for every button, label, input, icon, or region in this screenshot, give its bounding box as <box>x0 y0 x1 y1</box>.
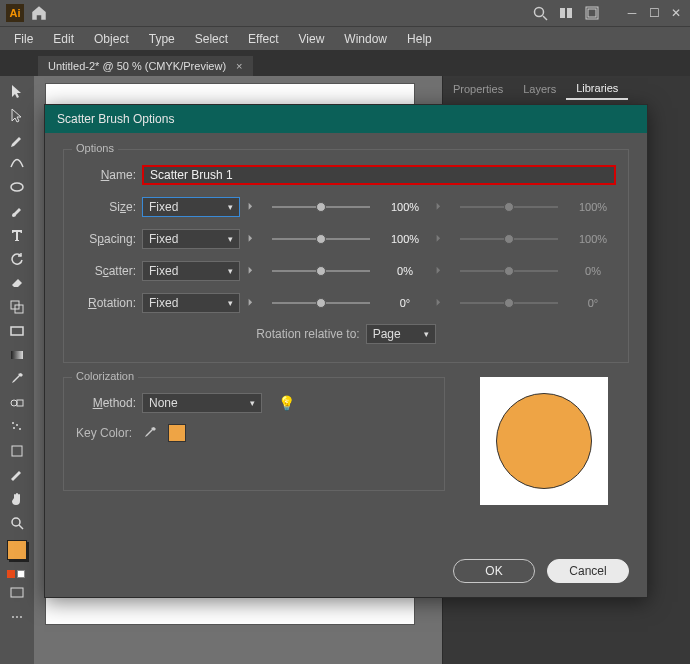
svg-line-1 <box>543 16 547 20</box>
blend-tool-icon[interactable] <box>5 392 29 414</box>
options-group: Options Name: Size: Fixed▾ 100% 100% Spa… <box>63 149 629 363</box>
menu-object[interactable]: Object <box>84 30 139 48</box>
svg-point-13 <box>12 422 14 424</box>
eraser-tool-icon[interactable] <box>5 272 29 294</box>
scatter-mode-dropdown[interactable]: Fixed▾ <box>142 261 240 281</box>
rotation-slider[interactable] <box>272 297 370 309</box>
rectangle-tool-icon[interactable] <box>5 320 29 342</box>
app-logo: Ai <box>6 4 24 22</box>
cancel-button[interactable]: Cancel <box>547 559 629 583</box>
tab-libraries[interactable]: Libraries <box>566 78 628 100</box>
svg-rect-12 <box>17 400 23 406</box>
artboard-tool-icon[interactable] <box>5 440 29 462</box>
svg-rect-9 <box>11 327 23 335</box>
ellipse-tool-icon[interactable] <box>5 176 29 198</box>
menu-window[interactable]: Window <box>334 30 397 48</box>
rotation-value[interactable]: 0° <box>382 294 428 312</box>
scatter-link-icon[interactable] <box>246 264 260 278</box>
rotation-relative-dropdown[interactable]: Page▾ <box>366 324 436 344</box>
scale-tool-icon[interactable] <box>5 296 29 318</box>
scatter-slider[interactable] <box>272 265 370 277</box>
symbol-sprayer-tool-icon[interactable] <box>5 416 29 438</box>
gradient-tool-icon[interactable] <box>5 344 29 366</box>
fill-color-swatch[interactable] <box>7 540 27 560</box>
home-icon[interactable] <box>30 4 48 22</box>
rotation-link-icon[interactable] <box>246 296 260 310</box>
ok-button[interactable]: OK <box>453 559 535 583</box>
tab-properties[interactable]: Properties <box>443 79 513 99</box>
window-close-button[interactable]: ✕ <box>668 6 684 20</box>
menu-view[interactable]: View <box>289 30 335 48</box>
menu-help[interactable]: Help <box>397 30 442 48</box>
rotation-link2-icon <box>434 296 448 310</box>
edit-toolbar-icon[interactable]: ⋯ <box>5 606 29 628</box>
menu-edit[interactable]: Edit <box>43 30 84 48</box>
workspace-icon[interactable] <box>584 5 600 21</box>
brush-name-input[interactable] <box>142 165 616 185</box>
curvature-tool-icon[interactable] <box>5 152 29 174</box>
spacing-value[interactable]: 100% <box>382 230 428 248</box>
size-link2-icon <box>434 200 448 214</box>
screen-mode-icon[interactable] <box>5 582 29 604</box>
pen-tool-icon[interactable] <box>5 128 29 150</box>
tools-panel: ⋯ <box>0 76 34 664</box>
menu-type[interactable]: Type <box>139 30 185 48</box>
size-slider-2 <box>460 201 558 213</box>
document-tab-title: Untitled-2* @ 50 % (CMYK/Preview) <box>48 60 226 72</box>
spacing-value-2: 100% <box>570 230 616 248</box>
window-maximize-button[interactable]: ☐ <box>646 6 662 20</box>
svg-rect-3 <box>567 8 572 18</box>
selection-tool-icon[interactable] <box>5 80 29 102</box>
hand-tool-icon[interactable] <box>5 488 29 510</box>
document-tab[interactable]: Untitled-2* @ 50 % (CMYK/Preview) × <box>38 56 253 76</box>
search-icon[interactable] <box>532 5 548 21</box>
window-titlebar: Ai ─ ☐ ✕ <box>0 0 690 26</box>
key-color-swatch[interactable] <box>168 424 186 442</box>
dialog-titlebar[interactable]: Scatter Brush Options <box>45 105 647 133</box>
dialog-title-text: Scatter Brush Options <box>57 112 174 126</box>
size-value[interactable]: 100% <box>382 198 428 216</box>
method-label: Method: <box>76 396 136 410</box>
tips-icon[interactable]: 💡 <box>278 395 295 411</box>
menu-effect[interactable]: Effect <box>238 30 288 48</box>
spacing-link-icon[interactable] <box>246 232 260 246</box>
size-mode-dropdown[interactable]: Fixed▾ <box>142 197 240 217</box>
arrange-documents-icon[interactable] <box>558 5 574 21</box>
size-label: Size: <box>76 200 136 214</box>
spacing-mode-dropdown[interactable]: Fixed▾ <box>142 229 240 249</box>
document-tab-close-icon[interactable]: × <box>236 60 242 72</box>
rotation-label: Rotation: <box>76 296 136 310</box>
svg-point-11 <box>11 400 17 406</box>
size-link-icon[interactable] <box>246 200 260 214</box>
colorization-method-dropdown[interactable]: None▾ <box>142 393 262 413</box>
brush-preview <box>480 377 608 505</box>
size-slider[interactable] <box>272 201 370 213</box>
eyedropper-icon[interactable] <box>142 425 158 441</box>
window-minimize-button[interactable]: ─ <box>624 6 640 20</box>
spacing-link2-icon <box>434 232 448 246</box>
scatter-value[interactable]: 0% <box>382 262 428 280</box>
direct-selection-tool-icon[interactable] <box>5 104 29 126</box>
rotation-slider-2 <box>460 297 558 309</box>
spacing-label: Spacing: <box>76 232 136 246</box>
slice-tool-icon[interactable] <box>5 464 29 486</box>
rotate-tool-icon[interactable] <box>5 248 29 270</box>
rotation-value-2: 0° <box>570 294 616 312</box>
tab-layers[interactable]: Layers <box>513 79 566 99</box>
name-label: Name: <box>76 168 136 182</box>
type-tool-icon[interactable] <box>5 224 29 246</box>
menu-file[interactable]: File <box>4 30 43 48</box>
paintbrush-tool-icon[interactable] <box>5 200 29 222</box>
scatter-value-2: 0% <box>570 262 616 280</box>
menu-bar: File Edit Object Type Select Effect View… <box>0 26 690 50</box>
color-mode-toggles[interactable] <box>7 570 27 580</box>
svg-rect-20 <box>11 588 23 597</box>
rotation-mode-dropdown[interactable]: Fixed▾ <box>142 293 240 313</box>
svg-point-6 <box>11 183 23 191</box>
right-panel-tabs: Properties Layers Libraries <box>443 76 690 102</box>
spacing-slider[interactable] <box>272 233 370 245</box>
eyedropper-tool-icon[interactable] <box>5 368 29 390</box>
svg-point-0 <box>535 8 544 17</box>
menu-select[interactable]: Select <box>185 30 238 48</box>
zoom-tool-icon[interactable] <box>5 512 29 534</box>
